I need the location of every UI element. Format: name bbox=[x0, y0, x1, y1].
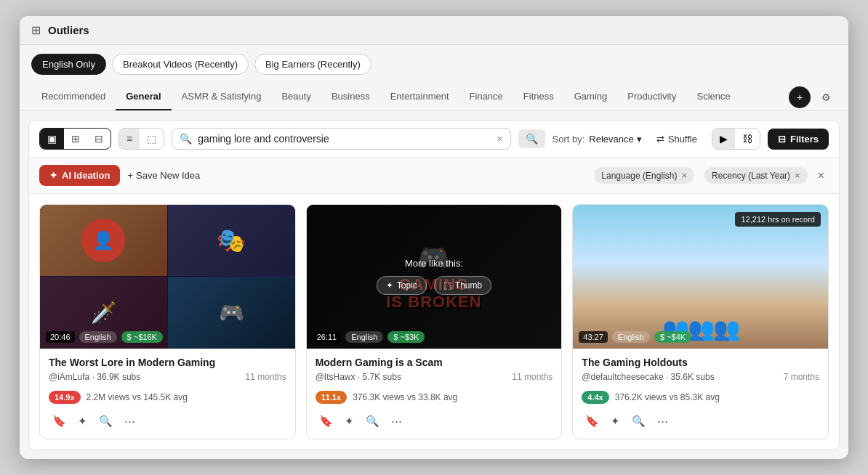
language-filter-remove[interactable]: × bbox=[681, 170, 687, 181]
card-stats-2: 11.1x 376.3K views vs 33.8K avg bbox=[307, 386, 562, 408]
search-go-button[interactable]: 🔍 bbox=[518, 129, 545, 148]
pill-big-earners[interactable]: Big Earners (Recently) bbox=[254, 54, 371, 75]
tab-entertainment[interactable]: Entertainment bbox=[380, 84, 459, 110]
overlay-thumb-button[interactable]: ⬚ Thumb bbox=[434, 276, 491, 295]
shuffle-label: Shuffle bbox=[668, 134, 697, 145]
plus-icon: + bbox=[127, 170, 133, 181]
recency-filter-remove[interactable]: × bbox=[795, 170, 800, 181]
overlay-topic-button[interactable]: ✦ Topic bbox=[377, 276, 427, 295]
search-button-3[interactable]: 🔍 bbox=[627, 411, 651, 431]
save-new-idea-button[interactable]: + Save New Idea bbox=[127, 170, 200, 181]
recency-filter-label: Recency (Last Year) bbox=[712, 171, 790, 181]
bookmark-button-2[interactable]: 🔖 bbox=[314, 411, 338, 431]
tab-productivity[interactable]: Productivity bbox=[617, 84, 686, 110]
chevron-down-icon: ▾ bbox=[637, 134, 642, 145]
search-button-2[interactable]: 🔍 bbox=[361, 411, 385, 431]
content-type-article-button[interactable]: ≡ bbox=[119, 129, 140, 149]
view-toggle: ▣ ⊞ ⊟ bbox=[39, 128, 111, 150]
view-double-button[interactable]: ⊞ bbox=[64, 129, 87, 149]
card-title-1: The Worst Lore in Modern Gaming bbox=[49, 356, 286, 369]
card-actions-2: 🔖 ✦ 🔍 ⋯ bbox=[307, 408, 562, 439]
view-single-button[interactable]: ▣ bbox=[40, 129, 64, 149]
sort-select[interactable]: Relevance ▾ bbox=[589, 134, 641, 145]
shuffle-icon: ⇄ bbox=[656, 134, 664, 145]
video-card-1: 👤 🎭 🗡️ 🎮 20:46 En bbox=[39, 204, 296, 439]
card-age-1: 11 months bbox=[246, 372, 286, 382]
earn-badge-3: $ ~$4K bbox=[654, 331, 691, 343]
ai-ideation-button[interactable]: ✦ AI Ideation bbox=[39, 165, 120, 186]
ai-spark-icon: ✦ bbox=[49, 170, 57, 181]
app-window: ⊞ Outliers English Only Breakout Videos … bbox=[20, 16, 848, 458]
platform-link-button[interactable]: ⛓ bbox=[735, 129, 760, 149]
multiplier-badge-1: 14.9x bbox=[49, 391, 81, 404]
app-title: Outliers bbox=[48, 24, 89, 36]
lang-badge-1: English bbox=[79, 331, 117, 343]
content-type-image-button[interactable]: ⬚ bbox=[140, 129, 164, 149]
tab-gaming[interactable]: Gaming bbox=[564, 84, 618, 110]
thumbnail-2: 🎮 GAMINGIS BROKEN More like this: ✦ Topi… bbox=[307, 205, 562, 348]
tab-general[interactable]: General bbox=[116, 84, 171, 110]
more-button-2[interactable]: ⋯ bbox=[386, 411, 407, 431]
card-actions-1: 🔖 ✦ 🔍 ⋯ bbox=[40, 408, 295, 439]
card-stats-3: 4.4x 376.2K views vs 85.3K avg bbox=[573, 386, 828, 408]
duration-badge-2: 26:11 bbox=[313, 331, 342, 343]
more-button-3[interactable]: ⋯ bbox=[652, 411, 673, 431]
filter-pills-row: English Only Breakout Videos (Recently) … bbox=[20, 45, 848, 84]
card-title-2: Modern Gaming is a Scam bbox=[316, 356, 553, 369]
tab-fitness[interactable]: Fitness bbox=[513, 84, 564, 110]
overlay-actions: ✦ Topic ⬚ Thumb bbox=[377, 276, 491, 295]
search-clear-icon[interactable]: × bbox=[497, 133, 502, 145]
earn-badge-1: $ ~$16K bbox=[121, 331, 163, 343]
multiplier-badge-2: 11.1x bbox=[316, 391, 347, 404]
thumbnail-3: 👥👥👥 12,212 hrs on record 43:27 English $… bbox=[573, 205, 828, 348]
tab-science[interactable]: Science bbox=[686, 84, 740, 110]
lang-badge-2: English bbox=[345, 331, 383, 343]
sidebar-toggle-icon[interactable]: ⊞ bbox=[31, 23, 41, 37]
tab-finance[interactable]: Finance bbox=[459, 84, 513, 110]
search-bar[interactable]: 🔍 × bbox=[172, 128, 510, 150]
platform-youtube-button[interactable]: ▶ bbox=[712, 129, 735, 149]
shuffle-button[interactable]: ⇄ Shuffle bbox=[649, 130, 704, 148]
pill-breakout-videos[interactable]: Breakout Videos (Recently) bbox=[112, 54, 249, 75]
duration-badge-3: 43:27 bbox=[579, 331, 608, 343]
filters-icon: ⊟ bbox=[778, 134, 786, 145]
more-button-1[interactable]: ⋯ bbox=[119, 411, 140, 431]
spark-icon: ✦ bbox=[386, 280, 393, 291]
card-stats-1: 14.9x 2.2M views vs 145.5K avg bbox=[40, 386, 295, 408]
sort-value: Relevance bbox=[589, 134, 633, 145]
settings-button[interactable]: ⚙ bbox=[815, 86, 837, 108]
ideation-button-2[interactable]: ✦ bbox=[339, 411, 359, 431]
multiplier-badge-3: 4.4x bbox=[582, 391, 608, 404]
toolbar: ▣ ⊞ ⊟ ≡ ⬚ 🔍 × 🔍 Sort by: Relevance bbox=[29, 121, 839, 158]
bookmark-button-1[interactable]: 🔖 bbox=[47, 411, 71, 431]
card-actions-3: 🔖 ✦ 🔍 ⋯ bbox=[573, 408, 828, 439]
card-title-3: The Gaming Holdouts bbox=[582, 356, 819, 369]
tab-business[interactable]: Business bbox=[321, 84, 380, 110]
video-grid: 👤 🎭 🗡️ 🎮 20:46 En bbox=[29, 194, 839, 449]
close-all-filters-button[interactable]: × bbox=[813, 168, 829, 184]
pill-english-only[interactable]: English Only bbox=[31, 54, 106, 75]
bookmark-button-3[interactable]: 🔖 bbox=[580, 411, 604, 431]
tab-asmr[interactable]: ASMR & Satisfying bbox=[172, 84, 272, 110]
card-channel-3: @defaultcheesecake · 35.6K subs bbox=[582, 372, 714, 382]
platform-toggle: ▶ ⛓ bbox=[712, 128, 760, 150]
stats-text-2: 376.3K views vs 33.8K avg bbox=[353, 392, 457, 402]
search-button-1[interactable]: 🔍 bbox=[94, 411, 118, 431]
tab-beauty[interactable]: Beauty bbox=[271, 84, 321, 110]
add-tab-button[interactable]: + bbox=[789, 86, 811, 108]
ideation-button-1[interactable]: ✦ bbox=[73, 411, 92, 431]
card-info-1: The Worst Lore in Modern Gaming @iAmLufa… bbox=[40, 349, 295, 386]
hrs-badge: 12,212 hrs on record bbox=[735, 212, 821, 227]
overlay-topic-label: Topic bbox=[397, 280, 417, 291]
view-grid-button[interactable]: ⊟ bbox=[87, 129, 110, 149]
save-idea-label: Save New Idea bbox=[136, 170, 200, 181]
main-content: ▣ ⊞ ⊟ ≡ ⬚ 🔍 × 🔍 Sort by: Relevance bbox=[28, 120, 840, 450]
filters-button[interactable]: ⊟ Filters bbox=[768, 129, 829, 150]
image-icon: ⬚ bbox=[443, 280, 451, 291]
ideation-button-3[interactable]: ✦ bbox=[606, 411, 625, 431]
language-filter-tag: Language (English) × bbox=[594, 167, 694, 184]
badge-row-3: 43:27 English $ ~$4K bbox=[579, 331, 691, 343]
search-input[interactable] bbox=[198, 133, 491, 145]
card-meta-2: @ItsHawx · 5.7K subs 11 months bbox=[316, 372, 553, 382]
tab-recommended[interactable]: Recommended bbox=[31, 84, 116, 110]
